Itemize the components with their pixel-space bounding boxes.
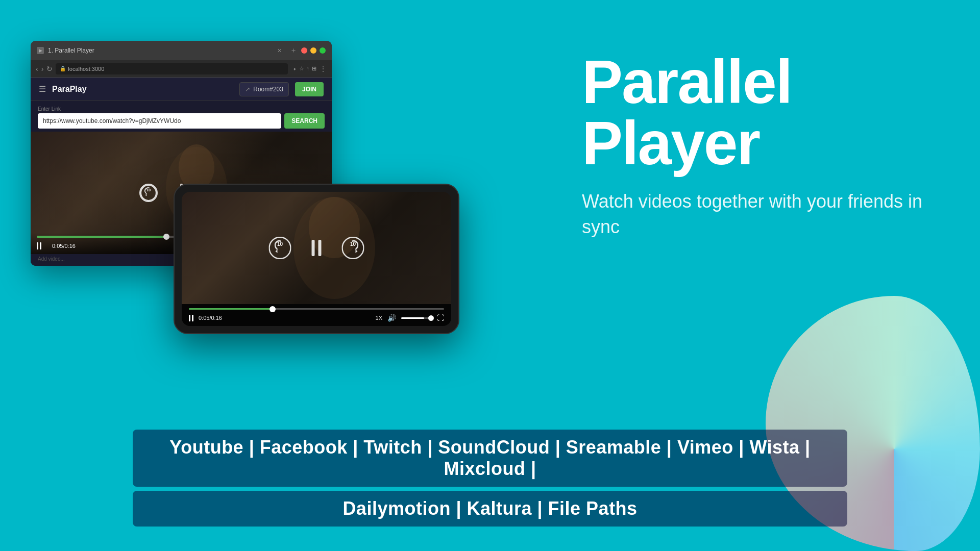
search-row: SEARCH	[38, 113, 325, 129]
enter-link-label: Enter Link	[38, 106, 325, 112]
search-section: Enter Link SEARCH	[31, 101, 332, 132]
phone-fullscreen-button[interactable]: ⛶	[437, 314, 444, 322]
right-section: Parallel Player Watch videos together wi…	[582, 51, 939, 240]
bottom-banner: Youtube | Facebook | Twitch | SoundCloud…	[133, 430, 847, 531]
url-display: localhost:3000	[68, 66, 104, 72]
settings-icon: ⊞	[312, 65, 316, 72]
main-title-line2: Player	[582, 112, 939, 173]
phone-pause-button[interactable]	[312, 240, 322, 256]
progress-handle[interactable]	[163, 234, 169, 240]
phone-volume-icon[interactable]: 🔊	[387, 314, 396, 322]
total-time: 0:16	[64, 243, 75, 249]
phone-forward-button[interactable]: 10	[342, 237, 364, 259]
phone-video: 10 10	[182, 192, 451, 304]
share-icon: ↑	[307, 65, 310, 72]
phone-progress-fill	[189, 308, 273, 310]
time-display: 0:05/0:16	[52, 243, 76, 249]
browser-titlebar: ▶ 1. Parallel Player ✕ ＋	[31, 41, 332, 60]
browser-nav: ‹ › ↻ 🔒 localhost:3000 ⬧ ☆ ↑ ⊞ ⋮	[31, 60, 332, 78]
room-number: Room#203	[253, 86, 283, 93]
bottom-pause-button[interactable]	[37, 241, 47, 251]
app-header: ☰ ParaPlay ↗ Room#203 JOIN	[31, 78, 332, 101]
phone-frame: 10 10	[174, 184, 459, 334]
current-time: 0:05	[52, 243, 63, 249]
main-title: Parallel Player	[582, 51, 939, 173]
room-input[interactable]: ↗ Room#203	[239, 82, 289, 96]
search-button[interactable]: SEARCH	[284, 113, 325, 129]
banner-row-1: Youtube | Facebook | Twitch | SoundCloud…	[133, 430, 847, 487]
url-input[interactable]	[38, 113, 281, 129]
phone-volume-fill	[401, 317, 424, 319]
banner-row-2: Dailymotion | Kaltura | File Paths	[133, 491, 847, 527]
subtitle: Watch videos together with your friends …	[582, 189, 939, 240]
phone-progress-handle[interactable]	[270, 306, 276, 312]
phone-controls-row: 0:05/0:16 1X 🔊 ⛶	[189, 314, 444, 322]
phone-pause-icon	[312, 240, 322, 256]
join-button[interactable]: JOIN	[295, 82, 324, 96]
refresh-button[interactable]: ↻	[46, 65, 53, 73]
rewind-button[interactable]: 10	[139, 184, 158, 202]
traffic-light-red[interactable]	[301, 47, 307, 54]
phone-speed-display[interactable]: 1X	[376, 315, 382, 321]
mobile-device: 10 10	[174, 184, 459, 334]
room-icon: ↗	[245, 86, 250, 93]
phone-pause-btn-sm[interactable]	[189, 315, 193, 321]
traffic-light-green[interactable]	[320, 47, 326, 54]
app-logo: ParaPlay	[52, 85, 87, 94]
banner-text-line2: Dailymotion | Kaltura | File Paths	[342, 498, 637, 519]
back-button[interactable]: ‹	[36, 65, 38, 73]
browser-tab-title: 1. Parallel Player	[48, 47, 273, 54]
phone-progress-bar[interactable]	[189, 308, 444, 310]
extensions-icon: ⬧	[293, 65, 297, 72]
phone-total-time: 0:16	[211, 315, 222, 321]
browser-menu-icon[interactable]: ⋮	[320, 65, 327, 73]
phone-pause-bar-left	[312, 240, 315, 256]
forward-button[interactable]: ›	[41, 65, 44, 73]
phone-rewind-button[interactable]: 10	[269, 237, 291, 259]
bottom-pause-bar-right	[40, 242, 41, 249]
browser-favicon-icon: ▶	[37, 47, 44, 54]
phone-volume-handle[interactable]	[428, 315, 434, 321]
phone-volume-bar[interactable]	[401, 317, 432, 319]
phone-pause-bar-right	[318, 240, 322, 256]
svg-text:10: 10	[350, 241, 356, 247]
traffic-light-yellow[interactable]	[310, 47, 316, 54]
progress-fill	[37, 236, 167, 238]
main-title-line1: Parallel	[582, 51, 939, 112]
svg-text:10: 10	[277, 241, 283, 247]
phone-pause-sm-left	[189, 315, 190, 321]
phone-current-time: 0:05	[199, 315, 209, 321]
phone-player-controls: 10 10	[269, 237, 364, 259]
bottom-pause-bar-left	[37, 242, 38, 249]
svg-text:10: 10	[146, 188, 151, 192]
tab-close-icon[interactable]: ✕	[277, 47, 282, 54]
phone-bottom-bar: 0:05/0:16 1X 🔊 ⛶	[182, 304, 451, 326]
phone-time-display: 0:05/0:16	[199, 315, 222, 321]
address-bar[interactable]: 🔒 localhost:3000	[56, 63, 287, 74]
bookmark-icon: ☆	[299, 65, 304, 72]
phone-screen: 10 10	[182, 192, 451, 326]
hamburger-menu-icon[interactable]: ☰	[39, 84, 46, 94]
phone-pause-sm-right	[192, 315, 193, 321]
traffic-lights	[301, 47, 326, 54]
banner-text-line1: Youtube | Facebook | Twitch | SoundCloud…	[169, 437, 810, 479]
tab-add-icon[interactable]: ＋	[290, 46, 297, 55]
